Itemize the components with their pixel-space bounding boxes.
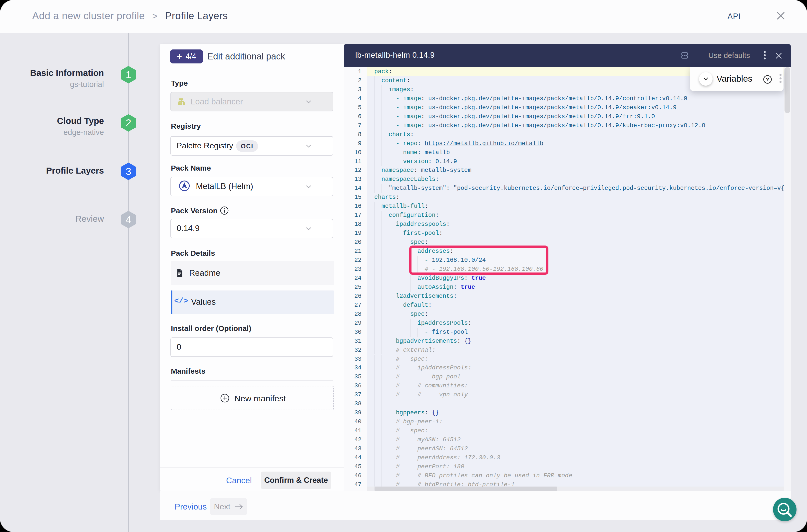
- svg-text:?: ?: [766, 76, 769, 82]
